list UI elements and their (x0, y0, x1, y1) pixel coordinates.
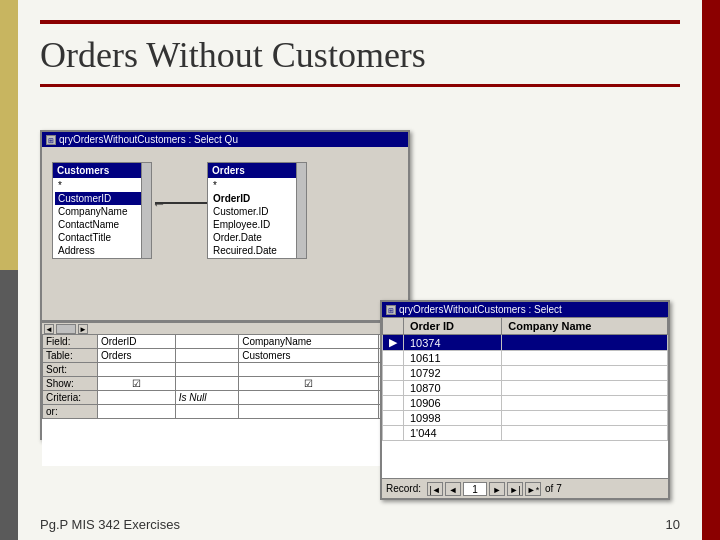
show-orderid-checkbox[interactable]: ☑ (98, 377, 176, 391)
result-row-6[interactable]: 10998 (383, 411, 668, 426)
page-title: Orders Without Customers (40, 34, 680, 76)
query-design-titlebar: ⊞ qryOrdersWithoutCustomers : Select Qu (42, 132, 408, 147)
grid-empty-table (175, 349, 239, 363)
criteria-isnull: Is Null (175, 391, 239, 405)
orders-scrollbar[interactable] (296, 163, 306, 258)
orderid-2: 10611 (404, 351, 502, 366)
results-body: Order ID Company Name ▶ 10374 10611 (382, 317, 668, 475)
query-design-upper: Customers * CustomerID CompanyName Conta… (42, 147, 408, 322)
nav-last-btn[interactable]: ►| (507, 482, 523, 496)
orderid-6: 10998 (404, 411, 502, 426)
orders-field-employeeid: Employee.ID (210, 218, 304, 231)
grid-show-row: Show: ☑ ☑ ☐ (43, 377, 408, 391)
or-3 (239, 405, 379, 419)
record-label: Record: (386, 483, 421, 494)
horizontal-scrollbar[interactable]: ◄ ► (42, 322, 408, 334)
results-window: ⊞ qryOrdersWithoutCustomers : Select Ord… (380, 300, 670, 500)
left-bar-gold (0, 0, 18, 270)
results-title: qryOrdersWithoutCustomers : Select (399, 304, 664, 315)
grid-empty-field (175, 335, 239, 349)
result-row-4[interactable]: 10870 (383, 381, 668, 396)
company-4 (502, 381, 668, 396)
title-bar-top (40, 20, 680, 24)
criteria-orderid (98, 391, 176, 405)
orderid-5: 10906 (404, 396, 502, 411)
right-bar (702, 0, 720, 540)
orders-field-orderid: OrderID (210, 192, 304, 205)
nav-prev-btn[interactable]: ◄ (445, 482, 461, 496)
or-label: or: (43, 405, 98, 419)
record-nav-bar: Record: |◄ ◄ 1 ► ►| ►* of 7 (382, 478, 668, 498)
customers-field-address: Address (55, 244, 149, 257)
result-row-1[interactable]: ▶ 10374 (383, 335, 668, 351)
customers-table-box: Customers * CustomerID CompanyName Conta… (52, 162, 152, 259)
record-total: of 7 (545, 483, 562, 494)
grid-sort-row: Sort: (43, 363, 408, 377)
result-row-5[interactable]: 10906 (383, 396, 668, 411)
customers-field-contacttitle: ContactTitle (55, 231, 149, 244)
query-design-window: ⊞ qryOrdersWithoutCustomers : Select Qu … (40, 130, 410, 440)
orderid-1: 10374 (404, 335, 502, 351)
nav-first-btn[interactable]: |◄ (427, 482, 443, 496)
slide: Orders Without Customers ⊞ qryOrdersWith… (0, 0, 720, 540)
sort-label: Sort: (43, 363, 98, 377)
customers-field-contactname: ContactName (55, 218, 149, 231)
orders-field-requireddate: Recuired.Date (210, 244, 304, 257)
show-companyname-checkbox[interactable]: ☑ (239, 377, 379, 391)
result-row-total: 1'044 (383, 426, 668, 441)
row-indicator-5 (383, 396, 404, 411)
company-total (502, 426, 668, 441)
record-current[interactable]: 1 (463, 482, 487, 496)
scroll-left-btn[interactable]: ◄ (44, 324, 54, 334)
join-line (155, 202, 210, 204)
row-indicator-header (383, 318, 404, 335)
result-row-3[interactable]: 10792 (383, 366, 668, 381)
or-2 (175, 405, 239, 419)
scroll-right-btn[interactable]: ► (78, 324, 88, 334)
orderid-column-header: Order ID (404, 318, 502, 335)
company-5 (502, 396, 668, 411)
footer-left: Pg.P MIS 342 Exercises (40, 517, 180, 532)
left-bar-dark (0, 270, 18, 540)
company-6 (502, 411, 668, 426)
results-header-row: Order ID Company Name (383, 318, 668, 335)
orders-field-star: * (210, 179, 304, 192)
grid-companyname-field: CompanyName (239, 335, 379, 349)
query-grid-area: Field: OrderID CompanyName Table: Orders… (42, 334, 408, 466)
grid-table-row: Table: Orders Customers (43, 349, 408, 363)
customers-field-star: * (55, 179, 149, 192)
customers-field-customerid: CustomerID (55, 192, 149, 205)
criteria-label: Criteria: (43, 391, 98, 405)
customers-table-header: Customers (53, 163, 151, 178)
customers-scrollbar[interactable] (141, 163, 151, 258)
grid-sort-3 (239, 363, 379, 377)
grid-orderid-field: OrderID (98, 335, 176, 349)
nav-next-btn[interactable]: ► (489, 482, 505, 496)
company-2 (502, 351, 668, 366)
join-arrow: ← (152, 196, 166, 212)
field-label: Field: (43, 335, 98, 349)
grid-orders-table: Orders (98, 349, 176, 363)
row-indicator-total (383, 426, 404, 441)
query-design-title: qryOrdersWithoutCustomers : Select Qu (59, 134, 404, 145)
customers-table-fields: * CustomerID CompanyName ContactName Con… (53, 178, 151, 258)
scroll-thumb[interactable] (56, 324, 76, 334)
or-1 (98, 405, 176, 419)
grid-or-row: or: (43, 405, 408, 419)
grid-sort-2 (175, 363, 239, 377)
show-empty (175, 377, 239, 391)
orders-field-orderdate: Order.Date (210, 231, 304, 244)
orderid-3: 10792 (404, 366, 502, 381)
results-table: Order ID Company Name ▶ 10374 10611 (382, 317, 668, 441)
result-row-2[interactable]: 10611 (383, 351, 668, 366)
orders-table-box: Orders * OrderID Customer.ID Employee.ID… (207, 162, 307, 259)
orders-field-customerid: Customer.ID (210, 205, 304, 218)
table-label: Table: (43, 349, 98, 363)
nav-new-btn[interactable]: ►* (525, 482, 541, 496)
orderid-total: 1'044 (404, 426, 502, 441)
orderid-4: 10870 (404, 381, 502, 396)
show-label: Show: (43, 377, 98, 391)
company-1 (502, 335, 668, 351)
grid-sort-1 (98, 363, 176, 377)
results-titlebar: ⊞ qryOrdersWithoutCustomers : Select (382, 302, 668, 317)
